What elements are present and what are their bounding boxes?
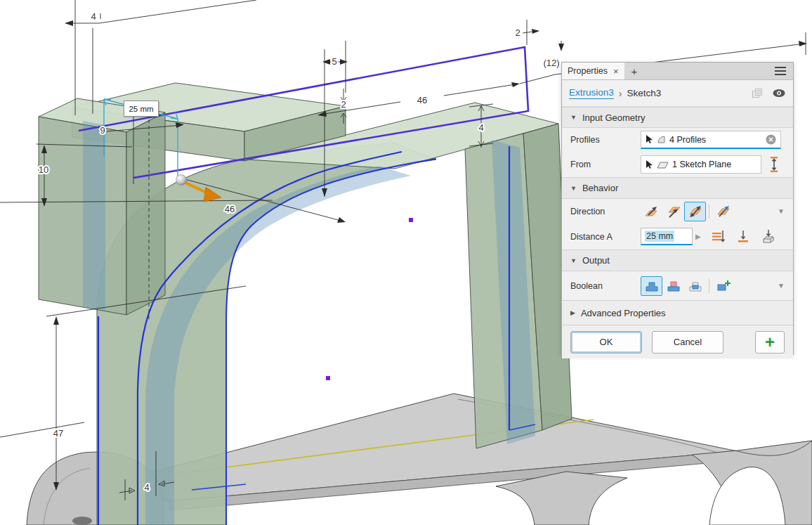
breadcrumb-extrusion-link[interactable]: Extrusion3 xyxy=(569,87,614,99)
distance-input[interactable]: 25 mm xyxy=(641,228,693,245)
boolean-new-body-button[interactable] xyxy=(712,276,734,296)
extent-to-object-icon[interactable] xyxy=(761,229,776,245)
dimension-label: 9 xyxy=(100,125,105,136)
profile-icon xyxy=(657,135,666,144)
panel-tab-bar: Properties × + xyxy=(562,63,793,80)
direction-flip-button[interactable] xyxy=(662,202,684,221)
sketch-points xyxy=(326,218,413,380)
cursor-icon xyxy=(646,135,653,144)
ok-button[interactable]: OK xyxy=(570,331,642,354)
tab-label: Properties xyxy=(568,66,608,76)
expand-triangle-icon: ▶ xyxy=(570,309,575,316)
profiles-label: Profiles xyxy=(570,135,641,145)
dimension-label: 4 xyxy=(91,11,96,22)
chevron-down-icon[interactable]: ▼ xyxy=(778,207,785,215)
from-value: 1 Sketch Plane xyxy=(672,160,731,169)
extent-symmetric-icon[interactable] xyxy=(710,229,726,245)
section-behavior[interactable]: ▼ Behavior xyxy=(562,177,793,199)
collapse-triangle-icon: ▼ xyxy=(570,185,577,192)
direction-one-side-button[interactable] xyxy=(641,202,662,221)
divider xyxy=(709,279,709,293)
section-title: Behavior xyxy=(582,183,618,193)
section-output[interactable]: ▼ Output xyxy=(562,249,793,271)
origin-sphere-handle xyxy=(176,175,187,186)
visibility-eye-icon[interactable] xyxy=(772,89,786,98)
profiles-row: Profiles 4 Profiles xyxy=(562,128,793,152)
from-label: From xyxy=(570,160,641,169)
tab-properties[interactable]: Properties × xyxy=(562,63,624,79)
direction-row: Direction xyxy=(562,199,793,223)
dimension-label: 2 xyxy=(515,27,520,38)
boolean-row: Boolean xyxy=(562,271,793,300)
divider xyxy=(709,205,709,219)
distance-label: Distance A xyxy=(570,232,641,242)
dimension-label: 46 xyxy=(225,204,235,214)
dimension-label: 46 xyxy=(417,95,427,105)
boolean-intersect-button[interactable] xyxy=(684,276,706,296)
section-input-geometry[interactable]: ▼ Input Geometry xyxy=(562,107,793,128)
close-icon[interactable]: × xyxy=(613,66,619,77)
clear-selection-icon[interactable] xyxy=(766,134,776,145)
distance-tooltip: 25 mm xyxy=(124,101,159,117)
from-selector-field[interactable]: 1 Sketch Plane xyxy=(641,155,761,174)
panel-footer: OK Cancel + xyxy=(562,325,793,358)
distance-value: 25 mm xyxy=(645,231,674,242)
profiles-value: 4 Profiles xyxy=(669,135,706,145)
profiles-selector-field[interactable]: 4 Profiles xyxy=(641,131,781,149)
collapse-triangle-icon: ▼ xyxy=(570,114,577,121)
feature-breadcrumb: Extrusion3 › Sketch3 xyxy=(562,80,793,107)
add-tab-button[interactable]: + xyxy=(624,63,645,79)
solid-preview-icon[interactable] xyxy=(752,88,764,99)
properties-panel: Properties × + Extrusion3 › Sketch3 xyxy=(561,62,794,355)
cancel-button[interactable]: Cancel xyxy=(652,331,723,354)
section-title: Output xyxy=(582,255,610,266)
dimension-label: 4 xyxy=(144,482,149,493)
collapse-triangle-icon: ▼ xyxy=(570,257,577,264)
dimension-label: 4 xyxy=(478,122,483,133)
offset-extent-icon[interactable] xyxy=(768,156,780,173)
plane-icon xyxy=(657,160,669,169)
new-feature-button[interactable]: + xyxy=(755,331,785,354)
direction-asymmetric-button[interactable] xyxy=(712,202,734,221)
boolean-cut-button[interactable] xyxy=(662,276,684,296)
dimension-label: 47 xyxy=(53,428,63,439)
breadcrumb-separator: › xyxy=(619,88,622,99)
boolean-label: Boolean xyxy=(570,281,641,291)
direction-label: Direction xyxy=(570,207,641,216)
section-advanced-properties[interactable]: ▶ Advanced Properties xyxy=(562,300,793,325)
dimension-label: 2 xyxy=(341,99,346,110)
hamburger-menu-icon[interactable] xyxy=(775,65,786,77)
section-title: Input Geometry xyxy=(582,112,646,123)
section-title: Advanced Properties xyxy=(581,308,666,318)
extent-to-selected-icon[interactable] xyxy=(735,229,751,245)
distance-row: Distance A 25 mm ▶ xyxy=(562,223,793,249)
breadcrumb-sketch[interactable]: Sketch3 xyxy=(627,88,661,98)
dimension-label: (12) xyxy=(543,58,559,68)
dimension-label: 10 xyxy=(39,164,48,175)
direction-symmetric-button[interactable] xyxy=(684,202,706,221)
from-row: From 1 Sketch Plane xyxy=(562,152,793,177)
dimension-label: 5 xyxy=(332,56,336,67)
boolean-join-button[interactable] xyxy=(641,276,662,296)
cursor-icon xyxy=(646,160,653,169)
cad-application: 452462(12)410946474 25 mm Properties × + xyxy=(0,0,812,525)
chevron-down-icon[interactable]: ▼ xyxy=(778,282,785,290)
expression-flyout-icon[interactable]: ▶ xyxy=(695,233,701,240)
